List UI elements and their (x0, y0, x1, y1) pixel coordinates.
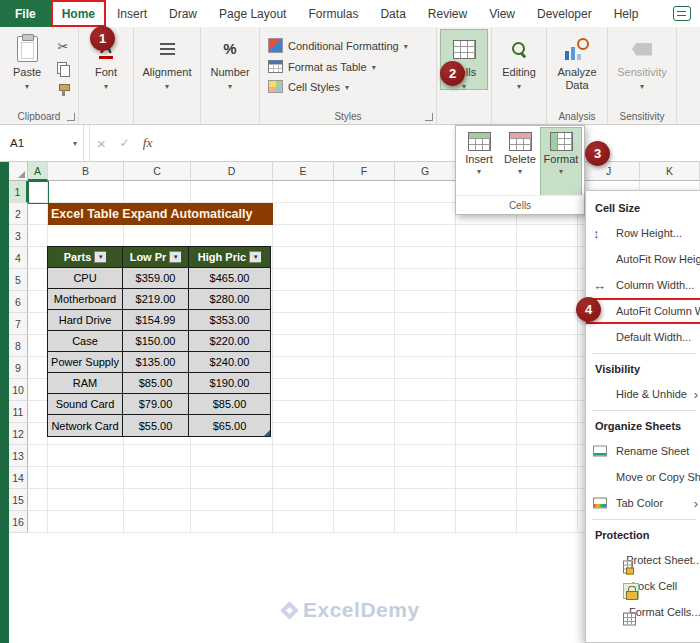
cell[interactable] (334, 225, 395, 247)
cell[interactable] (124, 467, 191, 489)
menu-item-autofit-column-width[interactable]: AutoFit Column Width (586, 298, 700, 324)
menu-item-default-width[interactable]: Default Width... (586, 324, 700, 350)
table-cell[interactable]: $219.00 (123, 289, 189, 310)
table-cell[interactable]: $135.00 (123, 352, 189, 373)
table-cell[interactable]: $353.00 (189, 310, 270, 331)
cell[interactable] (124, 511, 191, 533)
formula-input[interactable] (159, 125, 700, 161)
cell[interactable] (48, 511, 124, 533)
cell[interactable] (395, 489, 456, 511)
column-header-c[interactable]: C (124, 162, 191, 181)
cell[interactable] (273, 335, 334, 357)
cell[interactable] (334, 247, 395, 269)
cell[interactable] (395, 247, 456, 269)
tab-insert[interactable]: Insert (106, 0, 158, 27)
cell[interactable] (334, 445, 395, 467)
table-cell[interactable]: CPU (48, 268, 123, 289)
cell[interactable] (456, 269, 517, 291)
cell[interactable] (334, 423, 395, 445)
cell[interactable] (48, 181, 124, 203)
cell[interactable] (28, 379, 48, 401)
cell[interactable] (273, 489, 334, 511)
cell[interactable] (517, 489, 578, 511)
cell[interactable] (517, 247, 578, 269)
cell[interactable] (517, 445, 578, 467)
table-cell[interactable]: Motherboard (48, 289, 123, 310)
menu-item-format-cells[interactable]: Format Cells... (586, 599, 700, 625)
menu-item-move-or-copy-sheet[interactable]: Move or Copy Sheet... (586, 464, 700, 490)
tab-file[interactable]: File (0, 0, 51, 27)
cell[interactable] (273, 269, 334, 291)
table-cell[interactable]: Network Card (48, 415, 123, 436)
format-button[interactable]: Format (541, 128, 581, 195)
cell[interactable] (28, 203, 48, 225)
column-header-j[interactable]: J (578, 162, 640, 181)
filter-dropdown-icon[interactable] (249, 251, 261, 263)
table-cell[interactable]: $240.00 (189, 352, 270, 373)
cell[interactable] (273, 357, 334, 379)
cell[interactable] (395, 445, 456, 467)
cell[interactable] (273, 181, 334, 203)
cell[interactable] (395, 181, 456, 203)
copy-button[interactable] (52, 60, 74, 76)
cell[interactable] (28, 357, 48, 379)
cell[interactable] (334, 467, 395, 489)
cell[interactable] (28, 445, 48, 467)
delete-button[interactable]: Delete (500, 128, 540, 195)
row-header-1[interactable]: 1 (9, 181, 28, 203)
column-header-f[interactable]: F (334, 162, 395, 181)
cell[interactable] (273, 203, 334, 225)
tab-view[interactable]: View (478, 0, 526, 27)
row-header-13[interactable]: 13 (9, 445, 28, 467)
name-box[interactable]: A1 (0, 125, 84, 161)
cell[interactable] (28, 511, 48, 533)
cell[interactable] (28, 181, 48, 203)
filter-dropdown-icon[interactable] (94, 251, 106, 263)
menu-item-row-height[interactable]: Row Height... (586, 220, 700, 246)
tab-draw[interactable]: Draw (158, 0, 208, 27)
title-banner-cell[interactable]: Excel Table Expand Automatically (48, 203, 273, 225)
cell[interactable] (28, 225, 48, 247)
cell[interactable] (28, 467, 48, 489)
cell[interactable] (273, 445, 334, 467)
row-header-16[interactable]: 16 (9, 511, 28, 533)
table-cell[interactable]: RAM (48, 373, 123, 394)
cell[interactable] (334, 291, 395, 313)
cell[interactable] (334, 357, 395, 379)
row-header-6[interactable]: 6 (9, 291, 28, 313)
cell[interactable] (273, 225, 334, 247)
column-header-d[interactable]: D (191, 162, 273, 181)
cell[interactable] (517, 511, 578, 533)
table-cell[interactable]: $150.00 (123, 331, 189, 352)
table-cell[interactable]: Hard Drive (48, 310, 123, 331)
cell[interactable] (517, 379, 578, 401)
table-cell[interactable]: $55.00 (123, 415, 189, 436)
select-all-button[interactable] (9, 162, 28, 181)
alignment-dropdown-button[interactable]: Alignment (138, 30, 196, 89)
number-dropdown-button[interactable]: % Number (205, 30, 255, 89)
column-header-g[interactable]: G (395, 162, 456, 181)
enter-button[interactable] (113, 125, 136, 161)
row-header-4[interactable]: 4 (9, 247, 28, 269)
cancel-button[interactable] (90, 125, 113, 161)
dialog-launcher-icon[interactable] (67, 113, 75, 121)
tab-home[interactable]: Home (51, 0, 106, 27)
cell[interactable] (273, 291, 334, 313)
cell[interactable] (191, 511, 273, 533)
menu-item-column-width[interactable]: Column Width... (586, 272, 700, 298)
cell[interactable] (456, 247, 517, 269)
cell[interactable] (456, 511, 517, 533)
cell[interactable] (395, 291, 456, 313)
cell[interactable] (456, 313, 517, 335)
cell[interactable] (395, 203, 456, 225)
cell[interactable] (28, 247, 48, 269)
cell[interactable] (334, 489, 395, 511)
cell[interactable] (28, 335, 48, 357)
cell[interactable] (395, 269, 456, 291)
cell[interactable] (517, 423, 578, 445)
cell[interactable] (334, 269, 395, 291)
menu-item-hide-unhide[interactable]: Hide & Unhide (586, 381, 700, 407)
cell[interactable] (395, 511, 456, 533)
cell[interactable] (517, 225, 578, 247)
cell[interactable] (334, 335, 395, 357)
